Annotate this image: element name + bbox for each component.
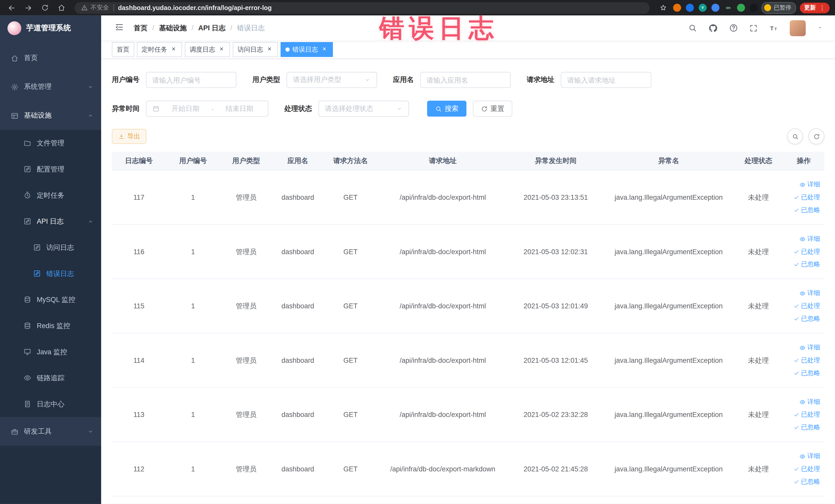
search-submit-button[interactable]: 搜索 <box>427 101 467 117</box>
breadcrumb-item-api-log[interactable]: API 日志 <box>198 23 225 33</box>
eye-icon <box>799 236 806 242</box>
profile-paused-badge[interactable]: 已暂停 <box>761 2 796 14</box>
sidebar-item-api-log[interactable]: API 日志 <box>0 208 101 235</box>
tab-close-icon[interactable]: × <box>321 46 328 53</box>
cell-exception: java.lang.IllegalArgumentException <box>604 387 734 442</box>
tab-access-log[interactable]: 访问日志× <box>233 42 278 57</box>
request-url-input[interactable] <box>561 72 651 88</box>
check-icon <box>793 207 799 213</box>
cell-user-id: 1 <box>166 387 220 442</box>
mark-processed-link[interactable]: 已处理 <box>793 193 820 202</box>
mark-ignored-link[interactable]: 已忽略 <box>793 314 820 323</box>
help-button[interactable] <box>729 23 738 32</box>
caret-down-icon[interactable] <box>817 23 823 33</box>
tab-close-icon[interactable]: × <box>170 46 177 53</box>
export-button[interactable]: 导出 <box>112 129 147 144</box>
bookmark-star-icon[interactable] <box>657 1 669 14</box>
sidebar-item-java-monitor[interactable]: Java 监控 <box>0 339 101 365</box>
folder-icon <box>23 139 31 147</box>
sidebar-item-redis-monitor[interactable]: Redis 监控 <box>0 313 101 339</box>
ext-7-extension-icon[interactable] <box>750 4 758 12</box>
reset-button-label: 重置 <box>490 104 504 114</box>
detail-link[interactable]: 详细 <box>799 343 820 352</box>
address-bar[interactable]: 不安全 dashboard.yudao.iocoder.cn/infra/log… <box>75 2 650 14</box>
refresh-table-button[interactable] <box>808 128 824 144</box>
cell-exception: java.lang.IllegalArgumentException <box>604 170 734 225</box>
toggle-search-button[interactable] <box>787 128 803 144</box>
detail-link[interactable]: 详细 <box>799 180 820 189</box>
user-avatar[interactable] <box>790 20 806 36</box>
sidebar: 芋道管理系统 首页系统管理基础设施文件管理配置管理定时任务API 日志访问日志错… <box>0 15 101 504</box>
back-button[interactable] <box>5 1 18 14</box>
ext-4-extension-icon[interactable] <box>712 4 719 12</box>
tab-error-log[interactable]: 错误日志× <box>281 42 333 57</box>
tab-schedule-log[interactable]: 调度日志× <box>185 42 230 57</box>
mark-ignored-link[interactable]: 已忽略 <box>793 423 820 432</box>
kebab-menu-icon[interactable]: ⋮ <box>819 4 826 12</box>
sidebar-toggle-button[interactable] <box>115 22 124 34</box>
sidebar-item-trace[interactable]: 链路追踪 <box>0 365 101 391</box>
reset-button[interactable]: 重置 <box>473 101 512 117</box>
update-button[interactable]: 更新 ⋮ <box>800 2 830 13</box>
sidebar-item-file-management[interactable]: 文件管理 <box>0 130 101 156</box>
mark-ignored-link[interactable]: 已忽略 <box>793 369 820 378</box>
cell-method: GET <box>323 442 378 496</box>
tab-home[interactable]: 首页 <box>112 42 134 57</box>
sidebar-item-config-management[interactable]: 配置管理 <box>0 156 101 182</box>
reload-button[interactable] <box>38 1 51 14</box>
top-navbar: 首页 / 基础设施 / API 日志 / 错误日志 TT <box>101 15 835 41</box>
sidebar-item-system-management[interactable]: 系统管理 <box>0 73 101 101</box>
ext-3-extension-icon[interactable]: Y <box>699 4 707 12</box>
mark-processed-link[interactable]: 已处理 <box>793 247 820 256</box>
tab-scheduled-tasks[interactable]: 定时任务× <box>137 42 182 57</box>
tab-close-icon[interactable]: × <box>266 46 273 53</box>
sidebar-item-infrastructure[interactable]: 基础设施 <box>0 101 101 130</box>
detail-link[interactable]: 详细 <box>799 288 820 298</box>
app-name-input[interactable] <box>420 72 511 88</box>
sidebar-item-label: 日志中心 <box>37 399 64 409</box>
tab-close-icon[interactable]: × <box>218 46 225 53</box>
mark-processed-link[interactable]: 已处理 <box>793 464 820 473</box>
edit-icon <box>23 217 31 225</box>
chevron-up-icon <box>87 113 94 119</box>
column-header-0: 日志编号 <box>112 152 166 170</box>
url-text: dashboard.yudao.iocoder.cn/infra/log/api… <box>118 4 272 12</box>
search-button[interactable] <box>688 23 697 32</box>
sidebar-item-log-center[interactable]: 日志中心 <box>0 391 101 417</box>
column-header-5: 请求地址 <box>378 152 508 170</box>
sidebar-item-home[interactable]: 首页 <box>0 44 101 73</box>
security-warning[interactable]: 不安全 <box>81 4 109 12</box>
mark-ignored-link[interactable]: 已忽略 <box>793 477 820 486</box>
eye-icon <box>799 181 806 188</box>
ext-6-extension-icon[interactable] <box>737 4 745 12</box>
mark-ignored-link[interactable]: 已忽略 <box>793 206 820 215</box>
mark-ignored-link[interactable]: 已忽略 <box>793 260 820 269</box>
process-status-select[interactable]: 请选择处理状态 <box>319 101 409 117</box>
sidebar-item-dev-tools[interactable]: 研发工具 <box>0 417 101 446</box>
forward-button[interactable] <box>22 1 35 14</box>
detail-link[interactable]: 详细 <box>799 451 820 461</box>
github-icon[interactable] <box>708 23 718 33</box>
user-type-select[interactable]: 请选择用户类型 <box>286 72 377 88</box>
mark-processed-link[interactable]: 已处理 <box>793 410 820 419</box>
sidebar-item-scheduled-tasks[interactable]: 定时任务 <box>0 182 101 208</box>
detail-link[interactable]: 详细 <box>799 235 820 243</box>
user-id-input[interactable] <box>146 72 237 88</box>
ext-5-extension-icon[interactable]: on <box>724 4 732 12</box>
fullscreen-button[interactable] <box>749 24 758 32</box>
security-warning-label: 不安全 <box>90 4 109 12</box>
home-button[interactable] <box>55 1 68 14</box>
font-size-button[interactable]: TT <box>769 23 778 33</box>
ext-2-extension-icon[interactable] <box>686 4 694 12</box>
breadcrumb-item-infrastructure[interactable]: 基础设施 <box>159 23 187 33</box>
ext-1-extension-icon[interactable] <box>673 4 681 12</box>
breadcrumb-item-home[interactable]: 首页 <box>134 23 148 33</box>
sidebar-item-access-log[interactable]: 访问日志 <box>0 235 101 261</box>
detail-link[interactable]: 详细 <box>799 398 820 406</box>
mark-processed-link[interactable]: 已处理 <box>793 301 820 310</box>
logo[interactable]: 芋道管理系统 <box>0 15 101 41</box>
sidebar-item-error-log[interactable]: 错误日志 <box>0 260 101 286</box>
mark-processed-link[interactable]: 已处理 <box>793 356 820 365</box>
date-range-picker[interactable]: 开始日期 - 结束日期 <box>146 101 268 117</box>
sidebar-item-mysql-monitor[interactable]: MySQL 监控 <box>0 286 101 313</box>
